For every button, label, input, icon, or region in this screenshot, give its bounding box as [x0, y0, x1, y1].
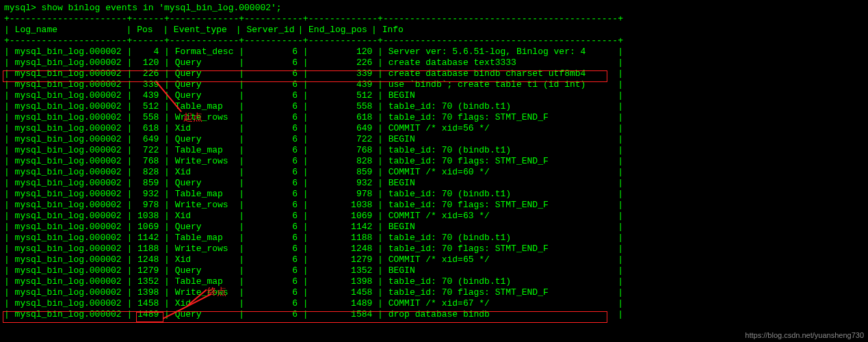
col-event-type: Event_type [174, 25, 236, 36]
table-row: | mysql_bin_log.000002 | 618 | Xid | 6 |… [4, 123, 864, 134]
table-row: | mysql_bin_log.000002 | 1069 | Query | … [4, 222, 864, 233]
table-row: | mysql_bin_log.000002 | 339 | Query | 6… [4, 79, 864, 90]
table-row: | mysql_bin_log.000002 | 1458 | Xid | 6 … [4, 298, 864, 309]
table-row: | mysql_bin_log.000002 | 439 | Query | 6… [4, 90, 864, 101]
table-row: | mysql_bin_log.000002 | 649 | Query | 6… [4, 134, 864, 145]
table-row: | mysql_bin_log.000002 | 932 | Table_map… [4, 189, 864, 200]
table-body: | mysql_bin_log.000002 | 4 | Format_desc… [4, 47, 864, 320]
table-row: | mysql_bin_log.000002 | 1142 | Table_ma… [4, 233, 864, 244]
col-pos: Pos [137, 25, 163, 36]
table-row: | mysql_bin_log.000002 | 120 | Query | 6… [4, 57, 864, 68]
table-row: | mysql_bin_log.000002 | 558 | Write_row… [4, 112, 864, 123]
table-divider-top: +----------------------+------+---------… [4, 14, 864, 25]
table-row: | mysql_bin_log.000002 | 828 | Xid | 6 |… [4, 167, 864, 178]
table-row: | mysql_bin_log.000002 | 1188 | Write_ro… [4, 244, 864, 254]
table-row: | mysql_bin_log.000002 | 1038 | Xid | 6 … [4, 211, 864, 222]
table-row: | mysql_bin_log.000002 | 978 | Write_row… [4, 200, 864, 211]
table-row: | mysql_bin_log.000002 | 1248 | Xid | 6 … [4, 254, 864, 265]
table-row: | mysql_bin_log.000002 | 1489 | Query | … [4, 309, 864, 320]
col-info: Info [382, 25, 404, 35]
table-row: | mysql_bin_log.000002 | 1352 | Table_ma… [4, 276, 864, 287]
table-row: | mysql_bin_log.000002 | 1279 | Query | … [4, 265, 864, 276]
table-row: | mysql_bin_log.000002 | 722 | Table_map… [4, 145, 864, 156]
mysql-prompt: mysql> show binlog events in 'mysql_bin_… [4, 3, 864, 14]
table-row: | mysql_bin_log.000002 | 512 | Table_map… [4, 101, 864, 112]
table-row: | mysql_bin_log.000002 | 768 | Write_row… [4, 156, 864, 167]
table-row: | mysql_bin_log.000002 | 226 | Query | 6… [4, 68, 864, 79]
table-row: | mysql_bin_log.000002 | 4 | Format_desc… [4, 47, 864, 57]
col-log-name: Log_name [15, 25, 127, 36]
watermark: https://blog.csdn.net/yuansheng730 [745, 330, 864, 341]
table-row: | mysql_bin_log.000002 | 859 | Query | 6… [4, 178, 864, 189]
table-divider-mid: +----------------------+------+---------… [4, 36, 864, 47]
col-server-id: Server_id [246, 25, 298, 36]
col-end-log-pos: End_log_pos [308, 25, 371, 36]
table-row: | mysql_bin_log.000002 | 1398 | Write_ro… [4, 287, 864, 298]
table-header: | Log_name| Pos| Event_type| Server_id| … [4, 25, 864, 36]
